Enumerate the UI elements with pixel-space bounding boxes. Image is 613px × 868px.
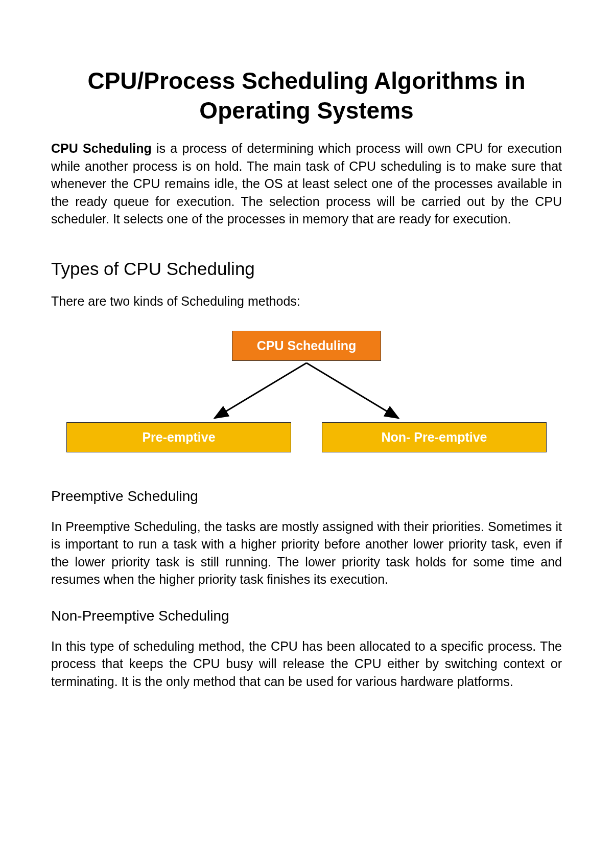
intro-bold: CPU Scheduling: [51, 141, 152, 155]
diagram-preemptive-box: Pre-emptive: [66, 422, 291, 452]
diagram-root-box: CPU Scheduling: [232, 331, 381, 361]
scheduling-diagram: CPU Scheduling Pre-emptive Non- Pre-empt…: [51, 331, 562, 452]
intro-paragraph: CPU Scheduling is a process of determini…: [51, 140, 562, 228]
types-heading: Types of CPU Scheduling: [51, 259, 562, 279]
types-subtitle: There are two kinds of Scheduling method…: [51, 292, 562, 310]
preemptive-heading: Preemptive Scheduling: [51, 488, 562, 505]
diagram-children: Pre-emptive Non- Pre-emptive: [51, 422, 562, 452]
page-title: CPU/Process Scheduling Algorithms in Ope…: [51, 66, 562, 125]
svg-line-2: [306, 363, 398, 418]
svg-line-1: [215, 363, 306, 418]
nonpreemptive-heading: Non-Preemptive Scheduling: [51, 608, 562, 624]
diagram-nonpreemptive-box: Non- Pre-emptive: [322, 422, 547, 452]
nonpreemptive-body: In this type of scheduling method, the C…: [51, 637, 562, 691]
diagram-arrows: [163, 361, 450, 422]
preemptive-body: In Preemptive Scheduling, the tasks are …: [51, 518, 562, 588]
